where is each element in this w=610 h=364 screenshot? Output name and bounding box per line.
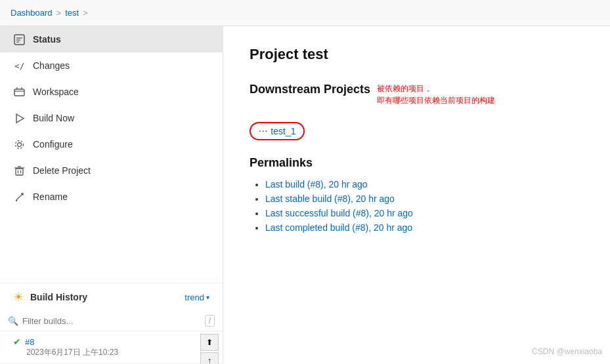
changes-icon: </> [13,60,25,71]
list-item: Last completed build (#8), 20 hr ago [265,222,584,233]
filter-shortcut: / [205,315,215,327]
configure-icon [13,138,25,150]
permalinks-title: Permalinks [250,156,584,170]
status-icon [13,33,25,45]
badge-label: test_1 [271,126,295,136]
sidebar-label-build-now: Build Now [33,113,74,123]
permalink-list: Last build (#8), 20 hr ago Last stable b… [250,179,584,233]
breadcrumb-sep2: > [83,8,88,18]
list-item: Last build (#8), 20 hr ago [265,179,584,190]
svg-point-10 [17,142,21,146]
build-success-icon: ✔ [13,336,21,347]
scroll-controls: ⬆ ↑ [200,334,219,364]
svg-point-11 [15,140,23,148]
play-icon [13,112,25,124]
sidebar-item-rename[interactable]: Rename [0,184,223,210]
breadcrumb-sep1: > [56,8,62,18]
build-number: ✔ #8 [13,336,209,347]
downstream-row: Downstream Projects 被依赖的项目， 即有哪些项目依赖当前项目… [250,83,584,106]
downstream-section: Downstream Projects 被依赖的项目， 即有哪些项目依赖当前项目… [250,83,584,140]
main-layout: Status </> Changes [0,26,610,364]
content-area: Project test Downstream Projects 被依赖的项目，… [223,26,610,364]
sidebar-item-build-now[interactable]: Build Now [0,105,223,131]
filter-row: 🔍 / [0,311,223,331]
sidebar-label-delete: Delete Project [33,165,91,176]
delete-icon [13,165,25,176]
build-history-title: Build History [30,292,178,302]
workspace-icon [13,86,25,98]
downstream-title: Downstream Projects [250,83,370,96]
downstream-annotation: 被依赖的项目， 即有哪些项目依赖当前项目的构建 [377,83,495,106]
svg-text:</>: </> [14,61,25,71]
sidebar-nav: Status </> Changes [0,26,223,283]
build-history-header: ☀ Build History trend ▾ [0,283,223,311]
sidebar-item-workspace[interactable]: Workspace [0,79,223,105]
svg-marker-9 [16,114,24,123]
test1-badge[interactable]: ··· test_1 [250,122,305,140]
sun-icon: ☀ [13,290,24,304]
svg-rect-5 [14,89,24,96]
build-history-section: ☀ Build History trend ▾ 🔍 / ✔ #8 [0,283,223,364]
filter-builds-input[interactable] [22,316,201,326]
permalink-link-4[interactable]: Last completed build (#8), 20 hr ago [265,222,412,233]
downstream-badges: ··· test_1 [250,122,584,140]
chevron-down-icon: ▾ [206,294,209,301]
sidebar-label-configure: Configure [33,139,73,150]
sidebar-label-workspace: Workspace [33,87,79,97]
trend-link[interactable]: trend ▾ [185,293,209,302]
svg-rect-12 [16,169,23,175]
build-list-item[interactable]: ✔ #8 2023年6月17日 上午10:23 [0,331,223,364]
build-date: 2023年6月17日 上午10:23 [13,347,209,358]
watermark: CSDN @wenxiaoba [532,347,602,356]
rename-icon [13,191,25,203]
badge-dots-icon: ··· [259,125,267,137]
breadcrumb-project[interactable]: test [65,8,79,18]
scroll-up-button[interactable]: ↑ [200,352,219,364]
sidebar-item-changes[interactable]: </> Changes [0,52,223,79]
sidebar-item-status[interactable]: Status [0,26,223,52]
list-item: Last successful build (#8), 20 hr ago [265,208,584,218]
permalink-link-2[interactable]: Last stable build (#8), 20 hr ago [265,193,395,204]
sidebar-item-configure[interactable]: Configure [0,131,223,157]
build-list-container: ✔ #8 2023年6月17日 上午10:23 ⬆ ↑ [0,331,223,364]
scroll-top-button[interactable]: ⬆ [200,334,219,351]
breadcrumb-dashboard[interactable]: Dashboard [11,8,53,18]
sidebar-item-delete[interactable]: Delete Project [0,157,223,184]
top-bar: Dashboard > test > [0,0,610,26]
list-item: Last stable build (#8), 20 hr ago [265,193,584,204]
svg-line-17 [16,193,23,201]
sidebar: Status </> Changes [0,26,223,364]
project-title: Project test [250,46,584,63]
sidebar-label-changes: Changes [33,60,70,71]
permalink-link-1[interactable]: Last build (#8), 20 hr ago [265,179,368,190]
search-icon: 🔍 [8,316,18,326]
sidebar-label-status: Status [33,34,61,45]
permalink-link-3[interactable]: Last successful build (#8), 20 hr ago [265,208,413,218]
sidebar-label-rename: Rename [33,192,68,202]
permalinks-section: Permalinks Last build (#8), 20 hr ago La… [250,156,584,233]
